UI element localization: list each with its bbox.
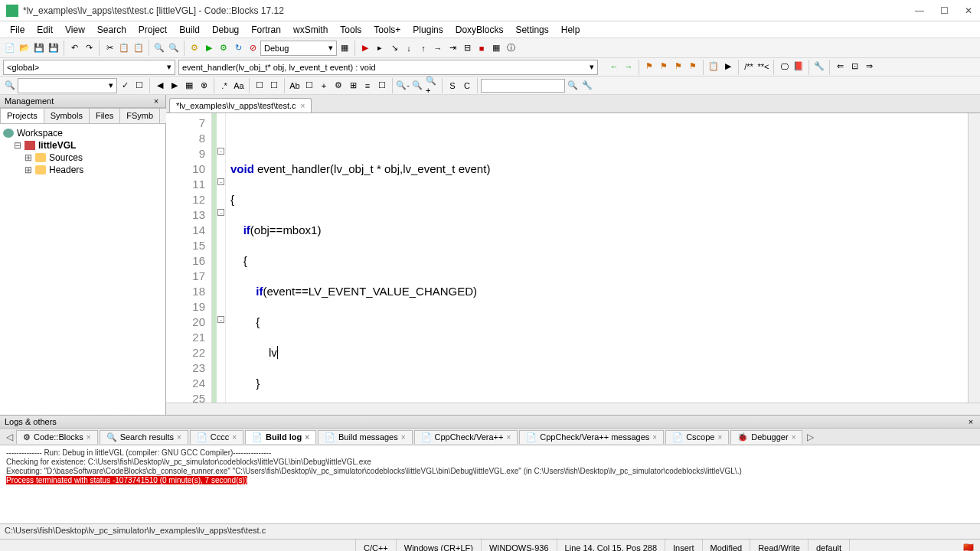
highlight-icon[interactable]: ✓: [118, 79, 132, 93]
abort-icon[interactable]: ⊘: [246, 41, 260, 55]
tab-close-icon[interactable]: ×: [87, 433, 91, 442]
tab-close-icon[interactable]: ×: [506, 433, 511, 442]
build-icon[interactable]: ⚙: [188, 41, 201, 55]
build-target-select[interactable]: Debug▾: [260, 41, 337, 56]
close-button[interactable]: ✕: [963, 5, 974, 16]
menu-help[interactable]: Help: [556, 23, 586, 37]
expander-icon[interactable]: ⊞: [24, 152, 32, 163]
find-input[interactable]: [481, 79, 565, 93]
logs-tab-cscope[interactable]: 📄Cscope×: [665, 430, 729, 444]
tab-close-icon[interactable]: ×: [301, 102, 305, 110]
doxy-config-icon[interactable]: 🔧: [812, 60, 826, 73]
expander-icon[interactable]: ⊞: [24, 165, 32, 175]
autocomp-icon[interactable]: ☐: [302, 79, 316, 93]
plugin-icon[interactable]: ⊞: [346, 79, 360, 93]
toggle-hdr-icon[interactable]: ☐: [267, 79, 281, 93]
insert-icon[interactable]: +: [317, 79, 331, 93]
fold-icon[interactable]: -: [217, 316, 224, 323]
step-into-icon[interactable]: ↓: [402, 41, 416, 55]
logs-output[interactable]: -------------- Run: Debug in littleVGL (…: [0, 445, 980, 523]
menu-settings[interactable]: Settings: [510, 23, 554, 37]
code-text[interactable]: void event_handler(lv_obj_t * obj,lv_eve…: [226, 113, 968, 403]
tab-symbols[interactable]: Symbols: [44, 108, 90, 123]
bookmark-clear-icon[interactable]: ⚑: [686, 60, 700, 73]
s-icon[interactable]: S: [446, 79, 459, 93]
tab-close-icon[interactable]: ×: [305, 433, 309, 442]
logs-tab-cppcheckmsg[interactable]: 📄CppCheck/Vera++ messages×: [519, 430, 664, 444]
logs-tab-debugger[interactable]: 🐞Debugger×: [730, 430, 802, 444]
doxy-html-icon[interactable]: 🖵: [777, 60, 791, 73]
menu-tools[interactable]: Tools: [335, 23, 367, 37]
info-icon[interactable]: ⓘ: [504, 41, 518, 55]
find-go-icon[interactable]: 🔍: [566, 79, 580, 93]
settings-icon[interactable]: ⚙: [332, 79, 345, 93]
redo-icon[interactable]: ↷: [82, 41, 96, 55]
logs-tab-cccc[interactable]: 📄Cccc×: [190, 430, 243, 444]
logs-tab-buildlog[interactable]: 📄Build log×: [245, 430, 316, 444]
case-icon[interactable]: Aa: [232, 79, 246, 93]
menu-file[interactable]: File: [5, 23, 30, 37]
c-icon[interactable]: C: [460, 79, 474, 93]
undo-icon[interactable]: ↶: [67, 41, 81, 55]
tab-close-icon[interactable]: ×: [232, 433, 237, 442]
management-close-icon[interactable]: ×: [152, 96, 161, 106]
logs-tab-buildmsg[interactable]: 📄Build messages×: [318, 430, 413, 444]
fold-icon[interactable]: -: [217, 178, 224, 185]
menu-project[interactable]: Project: [133, 23, 172, 37]
toggle-icon[interactable]: ▦: [338, 41, 351, 55]
next-instr-icon[interactable]: →: [431, 41, 445, 55]
jump-frame-icon[interactable]: ⊡: [848, 60, 861, 73]
logs-close-icon[interactable]: ×: [966, 417, 975, 426]
search-combo[interactable]: ▾: [18, 78, 117, 93]
step-instr-icon[interactable]: ⇥: [446, 41, 459, 55]
expander-icon[interactable]: ⊟: [14, 140, 21, 151]
doxy-block-icon[interactable]: /**: [742, 60, 756, 73]
paste-icon[interactable]: 📋: [132, 41, 145, 55]
menu-edit[interactable]: Edit: [31, 23, 58, 37]
doxy-run-icon[interactable]: ▶: [721, 60, 735, 73]
tree-project[interactable]: ⊟littleVGL: [14, 139, 162, 152]
nav-back-icon[interactable]: ←: [607, 60, 621, 73]
menu-build[interactable]: Build: [174, 23, 205, 37]
menu-plugins[interactable]: Plugins: [407, 23, 448, 37]
horizontal-scrollbar[interactable]: [166, 403, 980, 415]
run-cursor-icon[interactable]: ▸: [373, 41, 387, 55]
list-icon[interactable]: ≡: [361, 79, 374, 93]
minimize-button[interactable]: —: [914, 5, 925, 16]
fold-icon[interactable]: -: [217, 209, 224, 216]
code-area[interactable]: 78910111213141516171819202122232425 - - …: [166, 113, 980, 403]
doxy-icon[interactable]: 📋: [707, 60, 720, 73]
clear-icon[interactable]: ⊗: [197, 79, 211, 93]
step-out-icon[interactable]: ↑: [416, 41, 430, 55]
tab-fsymb[interactable]: FSymb: [119, 108, 160, 123]
bookmark-next-icon[interactable]: ⚑: [671, 60, 685, 73]
vertical-scrollbar[interactable]: [968, 113, 980, 403]
doxy-line-icon[interactable]: **<: [756, 60, 770, 73]
nav-fwd-icon[interactable]: →: [622, 60, 635, 73]
selected-icon[interactable]: ☐: [132, 79, 146, 93]
doxy-chm-icon[interactable]: 📕: [792, 60, 805, 73]
tree-workspace[interactable]: Workspace: [3, 127, 162, 139]
save-all-icon[interactable]: 💾: [47, 41, 60, 55]
next-line-icon[interactable]: ↘: [387, 41, 401, 55]
file-tab[interactable]: *lv_examples\lv_apps\test\test.c ×: [169, 98, 312, 112]
rebuild-icon[interactable]: ↻: [231, 41, 245, 55]
jump-fwd-icon[interactable]: ⇒: [862, 60, 876, 73]
tab-files[interactable]: Files: [89, 108, 120, 123]
marker-icon[interactable]: ▦: [182, 79, 196, 93]
tab-close-icon[interactable]: ×: [177, 433, 181, 442]
run-icon[interactable]: ▶: [202, 41, 216, 55]
menu-search[interactable]: Search: [92, 23, 132, 37]
toggle-src-icon[interactable]: ☐: [253, 79, 266, 93]
maximize-button[interactable]: ☐: [939, 5, 949, 16]
tab-close-icon[interactable]: ×: [792, 433, 796, 442]
menu-view[interactable]: View: [60, 23, 90, 37]
replace-icon[interactable]: 🔍: [167, 41, 181, 55]
scope-select[interactable]: <global>▾: [3, 60, 175, 75]
abbrev-icon[interactable]: Ab: [288, 79, 302, 93]
other-icon[interactable]: ☐: [375, 79, 389, 93]
logs-tab-codeblocks[interactable]: ⚙Code::Blocks×: [16, 430, 98, 444]
tab-close-icon[interactable]: ×: [652, 433, 657, 442]
find-icon[interactable]: 🔍: [152, 41, 166, 55]
logs-tab-prev-icon[interactable]: ◁: [3, 432, 16, 442]
